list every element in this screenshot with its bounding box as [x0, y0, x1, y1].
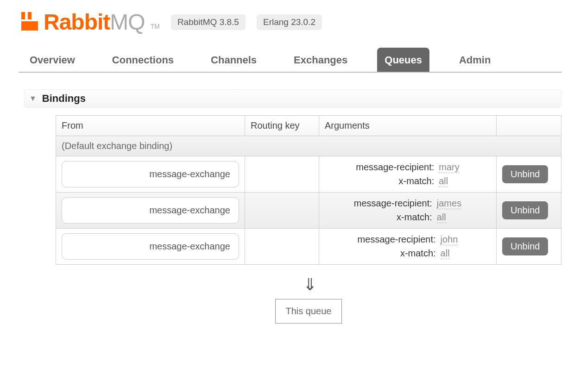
- default-exchange-row: (Default exchange binding): [56, 136, 561, 156]
- arguments-cell: message-recipient: james x-match: all: [319, 193, 497, 229]
- binding-row: message-exchange message-recipient: john…: [56, 229, 561, 265]
- exchange-link[interactable]: message-exchange: [62, 161, 239, 187]
- brand-tm: TM: [151, 23, 160, 30]
- routing-key-cell: [245, 193, 319, 229]
- arg-key: message-recipient:: [325, 162, 434, 173]
- tab-admin[interactable]: Admin: [452, 48, 498, 72]
- brand-text: RabbitMQ: [44, 9, 145, 35]
- binding-flow: ⇓ This queue: [56, 275, 561, 324]
- default-exchange-label: (Default exchange binding): [56, 136, 561, 156]
- arg-key: message-recipient:: [325, 198, 432, 209]
- rabbitmq-version-badge: RabbitMQ 3.8.5: [171, 14, 246, 30]
- rabbit-icon: [19, 10, 41, 34]
- arg-key: x-match:: [325, 212, 432, 223]
- tab-channels[interactable]: Channels: [203, 48, 264, 72]
- exchange-link[interactable]: message-exchange: [62, 233, 239, 260]
- arguments-cell: message-recipient: john x-match: all: [319, 229, 497, 265]
- arg-val: mary: [439, 162, 459, 173]
- this-queue-box: This queue: [275, 299, 342, 324]
- header: RabbitMQ TM RabbitMQ 3.8.5 Erlang 23.0.2: [19, 9, 561, 35]
- bindings-header[interactable]: ▼ Bindings: [24, 89, 561, 108]
- brand-right: MQ: [110, 10, 145, 34]
- erlang-version-badge: Erlang 23.0.2: [257, 14, 322, 30]
- arg-key: message-recipient:: [325, 234, 436, 245]
- routing-key-cell: [245, 229, 319, 265]
- arg-val: john: [441, 234, 458, 245]
- arrow-down-icon: ⇓: [303, 275, 314, 294]
- arguments-cell: message-recipient: mary x-match: all: [319, 156, 497, 193]
- col-routing-key: Routing key: [245, 116, 319, 136]
- section-title: Bindings: [42, 93, 86, 105]
- unbind-button[interactable]: Unbind: [502, 165, 548, 183]
- main-tabs: Overview Connections Channels Exchanges …: [19, 48, 561, 73]
- unbind-button[interactable]: Unbind: [502, 237, 548, 255]
- arg-val: all: [437, 212, 446, 223]
- brand-left: Rabbit: [44, 10, 110, 34]
- arg-val: all: [441, 248, 450, 259]
- col-actions: [497, 116, 561, 136]
- arg-key: x-match:: [325, 248, 436, 259]
- unbind-button[interactable]: Unbind: [502, 201, 548, 219]
- tab-exchanges[interactable]: Exchanges: [286, 48, 355, 72]
- bindings-table: From Routing key Arguments (Default exch…: [56, 115, 561, 265]
- binding-row: message-exchange message-recipient: mary…: [56, 156, 561, 193]
- exchange-link[interactable]: message-exchange: [62, 197, 239, 224]
- col-from: From: [56, 116, 245, 136]
- col-arguments: Arguments: [319, 116, 497, 136]
- bindings-section: ▼ Bindings From Routing key Arguments (D…: [19, 89, 561, 324]
- arg-val: james: [437, 198, 461, 209]
- chevron-down-icon: ▼: [29, 94, 37, 103]
- tab-connections[interactable]: Connections: [105, 48, 181, 72]
- tab-queues[interactable]: Queues: [377, 48, 429, 72]
- brand-logo[interactable]: RabbitMQ TM: [19, 9, 160, 35]
- routing-key-cell: [245, 156, 319, 193]
- arg-key: x-match:: [325, 176, 434, 187]
- tab-overview[interactable]: Overview: [22, 48, 82, 72]
- binding-row: message-exchange message-recipient: jame…: [56, 193, 561, 229]
- arg-val: all: [439, 176, 448, 187]
